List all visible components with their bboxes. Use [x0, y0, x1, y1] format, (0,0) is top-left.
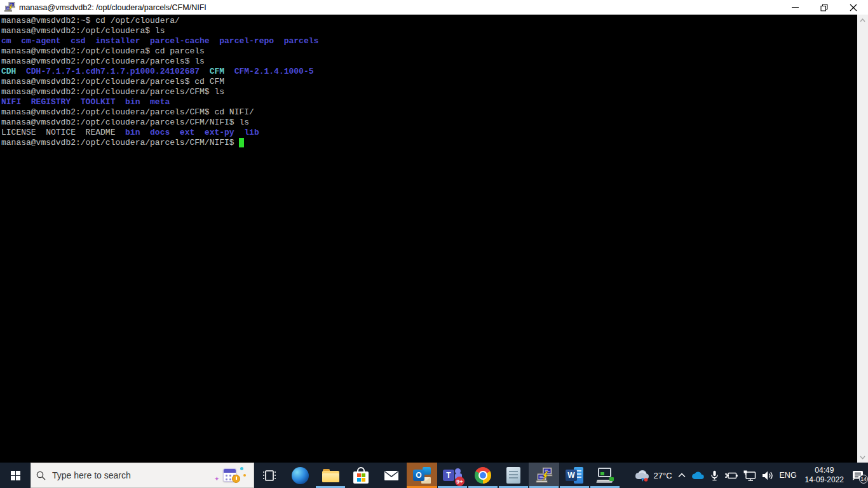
task-view-icon — [262, 470, 276, 482]
terminal-line: manasa@vmsdvdb2:/opt/cloudera/parcels/CF… — [1, 138, 868, 148]
microphone-icon — [710, 470, 719, 481]
window-controls — [780, 0, 868, 15]
terminal-scrollbar[interactable] — [857, 15, 868, 463]
chrome-icon — [475, 467, 491, 484]
weather-widget[interactable]: 27°C — [634, 469, 672, 482]
network-icon — [743, 470, 756, 481]
close-button[interactable] — [839, 0, 868, 15]
terminal-text: manasa@vmsdvdb2:/opt/cloudera/parcels/CF… — [1, 118, 249, 127]
notification-count-badge: 14 — [859, 475, 868, 484]
terminal-line: CDH CDH-7.1.7-1.cdh7.1.7.p1000.24102687 … — [1, 67, 868, 77]
taskbar-app-file-explorer[interactable] — [315, 463, 346, 488]
taskbar-app-remote-desktop[interactable] — [590, 463, 620, 488]
file-explorer-icon — [322, 469, 339, 482]
terminal-text: CDH — [1, 67, 16, 76]
terminal-output: manasa@vmsdvdb2:~$ cd /opt/cloudera/mana… — [0, 15, 868, 148]
terminal-text: bin docs ext ext-py lib — [125, 128, 259, 137]
word-icon: W — [566, 467, 583, 484]
terminal-text: manasa@vmsdvdb2:~$ cd /opt/cloudera/ — [1, 16, 180, 25]
terminal-text: manasa@vmsdvdb2:/opt/cloudera/parcels/CF… — [1, 107, 254, 117]
search-input[interactable] — [52, 470, 186, 480]
network-tray-button[interactable] — [743, 470, 756, 481]
window-title: manasa@vmsdvdb2: /opt/cloudera/parcels/C… — [19, 3, 207, 12]
terminal-text: manasa@vmsdvdb2:/opt/cloudera$ ls — [1, 26, 165, 36]
desktop-screen: manasa@vmsdvdb2: /opt/cloudera/parcels/C… — [0, 0, 868, 488]
chevron-down-icon — [860, 456, 865, 459]
putty-terminal[interactable]: manasa@vmsdvdb2:~$ cd /opt/cloudera/mana… — [0, 15, 868, 463]
mail-icon — [384, 470, 399, 481]
terminal-line: cm cm-agent csd installer parcel-cache p… — [1, 36, 868, 46]
taskbar-apps: O T 9+ — [254, 463, 620, 488]
terminal-line: LICENSE NOTICE README bin docs ext ext-p… — [1, 128, 868, 138]
restore-button[interactable] — [810, 0, 839, 15]
taskbar-app-word[interactable]: W — [559, 463, 590, 488]
terminal-text: manasa@vmsdvdb2:/opt/cloudera/parcels$ c… — [1, 77, 224, 86]
clock-date: 14-09-2022 — [805, 475, 844, 485]
terminal-text: CFM-2.1.4.1000-5 — [234, 67, 314, 76]
taskbar-app-store[interactable] — [346, 463, 376, 488]
system-tray: 27°C — [634, 463, 868, 488]
language-label: ENG — [780, 471, 797, 480]
taskbar-app-notepad[interactable] — [498, 463, 529, 488]
start-button[interactable] — [0, 463, 31, 488]
putty-icon — [4, 2, 15, 13]
terminal-text: manasa@vmsdvdb2:/opt/cloudera/parcels/CF… — [1, 138, 239, 147]
teams-badge: 9+ — [455, 477, 465, 486]
taskbar-clock[interactable]: 04:49 14-09-2022 — [803, 466, 846, 485]
terminal-line: manasa@vmsdvdb2:~$ cd /opt/cloudera/ — [1, 16, 868, 26]
minimize-icon — [792, 4, 799, 11]
taskbar-app-chrome[interactable] — [468, 463, 498, 488]
taskbar-app-mail[interactable] — [376, 463, 407, 488]
taskbar-app-outlook[interactable]: O — [407, 463, 437, 488]
store-icon — [353, 467, 369, 484]
scroll-up-button[interactable] — [857, 15, 868, 25]
restore-icon — [820, 4, 828, 11]
terminal-text: manasa@vmsdvdb2:/opt/cloudera$ cd parcel… — [1, 46, 205, 56]
terminal-text: NIFI REGISTRY TOOLKIT bin meta — [1, 97, 170, 107]
terminal-text — [16, 67, 26, 76]
scroll-down-button[interactable] — [857, 452, 868, 463]
language-indicator[interactable]: ENG — [780, 471, 797, 480]
terminal-text: cm cm-agent csd installer parcel-cache p… — [1, 36, 318, 46]
terminal-line: manasa@vmsdvdb2:/opt/cloudera$ cd parcel… — [1, 46, 868, 57]
teams-icon: T 9+ — [443, 466, 462, 484]
terminal-text — [200, 67, 210, 76]
chevron-up-icon — [678, 473, 686, 478]
notification-center-button[interactable]: 14 — [852, 470, 864, 481]
chevron-up-icon — [860, 18, 865, 22]
search-icon — [36, 471, 46, 480]
taskbar: ✦ — [0, 463, 868, 488]
minimize-button[interactable] — [780, 0, 810, 15]
search-highlights-icon[interactable]: ✦ — [210, 466, 246, 485]
terminal-cursor — [239, 138, 244, 147]
microphone-tray-button[interactable] — [710, 470, 719, 481]
terminal-line: manasa@vmsdvdb2:/opt/cloudera/parcels/CF… — [1, 118, 868, 128]
terminal-line: manasa@vmsdvdb2:/opt/cloudera/parcels$ c… — [1, 77, 868, 87]
close-icon — [850, 4, 857, 11]
volume-tray-button[interactable] — [762, 471, 774, 480]
terminal-line: manasa@vmsdvdb2:/opt/cloudera/parcels$ l… — [1, 57, 868, 67]
terminal-text — [224, 67, 234, 76]
battery-icon — [724, 471, 738, 480]
taskbar-search[interactable]: ✦ — [31, 463, 254, 488]
putty-titlebar: manasa@vmsdvdb2: /opt/cloudera/parcels/C… — [0, 0, 868, 15]
terminal-line: manasa@vmsdvdb2:/opt/cloudera$ ls — [1, 26, 868, 36]
onedrive-tray-button[interactable] — [691, 471, 705, 480]
terminal-text: CFM — [210, 67, 224, 76]
terminal-text: manasa@vmsdvdb2:/opt/cloudera/parcels/CF… — [1, 87, 224, 97]
tray-overflow-button[interactable] — [678, 473, 686, 478]
putty-icon — [536, 467, 553, 484]
remote-desktop-icon — [597, 468, 614, 484]
onedrive-icon — [691, 471, 705, 480]
terminal-text: LICENSE NOTICE README — [1, 128, 125, 137]
taskbar-app-task-view[interactable] — [254, 463, 285, 488]
terminal-line: manasa@vmsdvdb2:/opt/cloudera/parcels/CF… — [1, 107, 868, 118]
terminal-text: manasa@vmsdvdb2:/opt/cloudera/parcels$ l… — [1, 57, 205, 66]
weather-icon — [634, 469, 651, 482]
taskbar-app-putty[interactable] — [529, 463, 559, 488]
clock-time: 04:49 — [805, 466, 844, 475]
taskbar-app-teams[interactable]: T 9+ — [437, 463, 468, 488]
power-tray-button[interactable] — [724, 471, 738, 480]
edge-icon — [292, 467, 309, 484]
taskbar-app-edge[interactable] — [285, 463, 315, 488]
